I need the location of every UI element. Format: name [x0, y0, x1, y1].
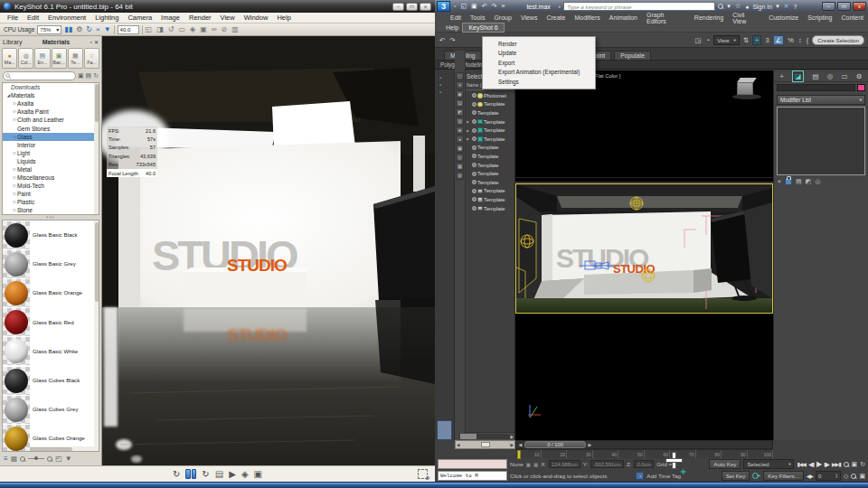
visibility-eye-icon[interactable] — [472, 189, 476, 193]
pin-stack-icon[interactable]: ⌖ — [778, 178, 781, 185]
next-frame-icon[interactable]: ▶ — [586, 442, 594, 447]
scene-object-row[interactable]: Template — [467, 169, 514, 178]
library-action-icon[interactable]: ↻ — [93, 72, 99, 80]
minimize-button[interactable]: – — [392, 3, 404, 11]
visibility-eye-icon[interactable] — [472, 110, 476, 115]
zoom-region-icon[interactable] — [851, 474, 856, 479]
menu-item[interactable]: Environment — [43, 14, 90, 22]
library-tab[interactable]: ▦ Te... — [68, 48, 83, 69]
pan-icon[interactable]: ◇ — [844, 473, 848, 480]
library-tree-item[interactable]: ▷ Glass — [3, 133, 99, 141]
import-icon[interactable]: ↻ — [173, 469, 180, 480]
material-item[interactable]: Glass Basic White — [3, 337, 99, 366]
visibility-eye-icon[interactable] — [472, 163, 476, 167]
library-action-icon[interactable]: ▣ — [78, 72, 84, 80]
library-tree-item[interactable]: ▷ Axalta Paint — [3, 108, 99, 116]
library-tree-item[interactable]: ▷ Light — [3, 149, 99, 157]
scene-object-row[interactable]: Template — [467, 204, 514, 213]
toolbar-icon[interactable]: × — [96, 25, 100, 34]
toolbar-icon[interactable]: % — [787, 36, 795, 44]
explorer-tool-icon[interactable]: ▦ — [456, 163, 464, 171]
y-coordinate-field[interactable]: -502,591cm — [590, 460, 624, 468]
go-to-start-icon[interactable]: ▮◀◀ — [797, 461, 806, 467]
windows-taskbar[interactable] — [0, 482, 868, 488]
toolbar-icon[interactable]: ▮▮ — [64, 25, 72, 34]
current-frame-spinner[interactable]: 0▲▼ — [816, 471, 841, 481]
explorer-tool-icon[interactable]: ◉ — [456, 90, 464, 99]
maximize-viewport-icon[interactable]: ▣ — [859, 473, 865, 480]
quick-access-icon[interactable]: ◱ — [459, 3, 467, 10]
menu-item-help[interactable]: Help — [446, 24, 458, 31]
menu-item[interactable]: Animation — [605, 14, 642, 21]
toolbar-icon[interactable]: ▼ — [104, 25, 111, 34]
command-tab-icon[interactable]: ◪ — [792, 70, 804, 82]
explorer-tool-icon[interactable]: ● — [456, 136, 464, 144]
max-logo-icon[interactable]: 3 — [437, 1, 450, 12]
object-color-swatch[interactable] — [857, 84, 865, 91]
help-search-input[interactable] — [563, 2, 715, 11]
menu-item[interactable]: Content — [836, 14, 868, 21]
library-tab[interactable]: ▣ Bac... — [52, 48, 67, 69]
visibility-eye-icon[interactable] — [472, 206, 476, 211]
export-icon[interactable]: ◰ — [55, 455, 62, 464]
modifier-stack[interactable] — [777, 107, 865, 175]
toolbar-icon[interactable]: ∞ — [212, 25, 217, 34]
minimize-button[interactable]: – — [822, 2, 835, 11]
search-options-icon[interactable]: ▾ — [726, 3, 731, 10]
menu-item[interactable]: Customize — [764, 14, 803, 21]
quick-access-icon[interactable]: ▣ — [470, 3, 478, 10]
scene-object-row[interactable]: ▶ Template — [467, 135, 514, 144]
library-tree-item[interactable]: ▷ Mold-Tech — [3, 182, 99, 190]
explorer-tool-icon[interactable]: ◩ — [456, 108, 464, 117]
help-icon[interactable]: ? — [793, 4, 798, 10]
library-tab[interactable]: ◍ Col... — [18, 48, 33, 69]
footer-icon[interactable]: ▶ — [229, 469, 236, 480]
menu-item[interactable]: Civil View — [728, 12, 764, 24]
view-mode-icon[interactable]: ≡ — [4, 455, 8, 464]
menu-item[interactable]: Scripting — [803, 14, 836, 21]
quick-access-icon[interactable]: » — [500, 3, 505, 10]
play-button[interactable]: ▶ — [816, 460, 821, 468]
library-tab[interactable]: ● Ma... — [2, 48, 17, 69]
visibility-eye-icon[interactable] — [472, 154, 476, 158]
x-coordinate-field[interactable]: 124,988cm — [549, 460, 580, 468]
zoom-in-icon[interactable] — [47, 456, 52, 462]
close-button[interactable]: x — [853, 2, 866, 11]
favorites-star-icon[interactable]: ☆ — [734, 3, 741, 10]
visibility-eye-icon[interactable] — [472, 172, 476, 176]
modifier-list-dropdown[interactable]: Modifier List▾ — [777, 95, 865, 105]
frame-step-icons[interactable]: ◀▶ — [807, 473, 813, 479]
material-item[interactable]: Glass Cubes Black — [3, 366, 99, 395]
scene-object-row[interactable]: Template — [467, 161, 514, 170]
add-time-tag-label[interactable]: Add Time Tag — [646, 473, 681, 479]
footer-icon[interactable]: ▣ — [254, 469, 262, 480]
scene-object-row[interactable]: Template — [467, 144, 514, 153]
z-coordinate-field[interactable]: 0,0cm — [634, 460, 654, 468]
menu-item[interactable]: View — [216, 14, 240, 22]
dropdown-menu-item[interactable]: Settings — [483, 77, 595, 87]
toolbar-icon[interactable]: ◨ — [156, 25, 164, 34]
scene-object-row[interactable]: Template — [467, 187, 514, 196]
remove-modifier-icon[interactable]: ◎ — [815, 178, 820, 185]
explorer-tool-icon[interactable]: ◎ — [456, 154, 464, 162]
library-tree-item[interactable]: ▷ Miscellaneous — [3, 174, 99, 182]
toolbar-icon[interactable]: ⊘ — [221, 25, 227, 34]
library-tree-item[interactable]: ▷ Cloth and Leather — [3, 116, 99, 124]
dropdown-menu-item[interactable]: Render — [483, 39, 595, 49]
lock-icon[interactable] — [785, 178, 792, 185]
explorer-tool-icon[interactable]: ▥ — [456, 117, 464, 126]
viewcube-widget[interactable] — [736, 78, 760, 101]
toolbar-icon[interactable]: { — [806, 36, 810, 44]
cpu-usage-dropdown[interactable]: 75%▾ — [37, 25, 61, 34]
quick-access-icon[interactable]: ▫ — [453, 3, 457, 10]
explorer-tool-icon[interactable]: ◍ — [456, 172, 464, 180]
create-selection-set-field[interactable]: Create Selection — [812, 35, 864, 45]
scene-object-row[interactable]: ▶ Template — [467, 126, 514, 135]
menu-item[interactable]: Lighting — [90, 14, 123, 22]
search-icon[interactable] — [718, 4, 723, 9]
dropdown-menu-item[interactable]: Export — [483, 58, 595, 68]
reference-coordinate-dropdown[interactable]: View▾ — [713, 35, 740, 45]
menu-item[interactable]: Window — [240, 14, 273, 22]
menu-item[interactable]: Graph Editors — [642, 12, 690, 24]
material-item[interactable]: Glass Basic Orange — [3, 278, 99, 307]
